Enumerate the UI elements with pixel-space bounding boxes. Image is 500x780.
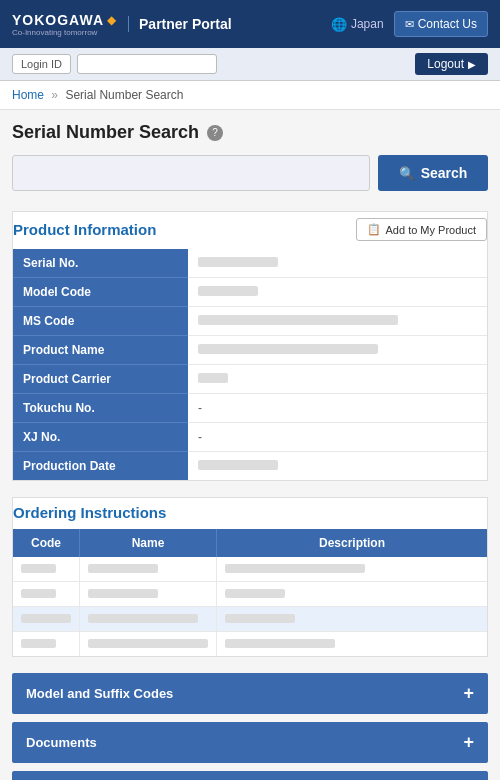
contact-us-button[interactable]: ✉ Contact Us <box>394 11 488 37</box>
login-id-label: Login ID <box>12 54 71 74</box>
product-field-value: - <box>188 423 487 452</box>
ordering-cell <box>80 607 217 632</box>
ordering-cell <box>80 557 217 582</box>
main-content: Serial Number Search ? 🔍 Search Product … <box>0 110 500 780</box>
product-info-header: Product Information 📋 Add to My Product <box>13 212 487 249</box>
ordering-cell <box>13 632 80 657</box>
collapsibles-container: Model and Suffix Codes+Documents+Certifi… <box>12 673 488 780</box>
search-button[interactable]: 🔍 Search <box>378 155 488 191</box>
logo-subtitle: Co-Innovating tomorrow <box>12 28 116 37</box>
collapsible-title: Documents <box>26 735 97 750</box>
ordering-cell <box>13 607 80 632</box>
page-title-area: Serial Number Search ? <box>12 122 488 143</box>
login-area: Login ID <box>12 54 217 74</box>
logout-button[interactable]: Logout ▶ <box>415 53 488 75</box>
ordering-instructions-section: Ordering Instructions Code Name Descript… <box>12 497 488 657</box>
logo-text: YOKOGAWA <box>12 12 104 28</box>
product-field-value <box>188 307 487 336</box>
product-field-label: MS Code <box>13 307 188 336</box>
region-selector[interactable]: 🌐 Japan <box>331 17 384 32</box>
mail-icon: ✉ <box>405 18 414 31</box>
ordering-instructions-header: Ordering Instructions <box>13 498 487 529</box>
collapsible-section[interactable]: Documents+ <box>12 722 488 763</box>
sub-header: Login ID Logout ▶ <box>0 48 500 81</box>
ordering-instructions-title: Ordering Instructions <box>13 504 166 521</box>
ordering-cell <box>80 632 217 657</box>
product-field-value <box>188 336 487 365</box>
breadcrumb-separator: » <box>51 88 58 102</box>
search-icon: 🔍 <box>399 166 415 181</box>
ordering-cell <box>13 557 80 582</box>
product-field-label: Tokuchu No. <box>13 394 188 423</box>
login-id-input[interactable] <box>77 54 217 74</box>
product-field-label: Model Code <box>13 278 188 307</box>
ordering-cell <box>217 557 488 582</box>
help-icon[interactable]: ? <box>207 125 223 141</box>
breadcrumb-current: Serial Number Search <box>65 88 183 102</box>
bookmark-icon: 📋 <box>367 223 381 236</box>
partner-portal-label: Partner Portal <box>128 16 232 32</box>
ordering-cell <box>80 582 217 607</box>
yokogawa-logo: YOKOGAWA ◆ Co-Innovating tomorrow <box>12 12 116 37</box>
region-label: Japan <box>351 17 384 31</box>
add-to-product-button[interactable]: 📋 Add to My Product <box>356 218 488 241</box>
logo-diamond-icon: ◆ <box>107 13 116 27</box>
header: YOKOGAWA ◆ Co-Innovating tomorrow Partne… <box>0 0 500 48</box>
product-field-value <box>188 278 487 307</box>
ordering-table: Code Name Description <box>13 529 487 656</box>
ordering-cell <box>217 632 488 657</box>
collapsible-section[interactable]: Model and Suffix Codes+ <box>12 673 488 714</box>
search-area: 🔍 Search <box>12 155 488 191</box>
collapsible-title: Model and Suffix Codes <box>26 686 173 701</box>
collapsible-section[interactable]: Certificates+ <box>12 771 488 780</box>
col-desc-header: Description <box>217 529 488 557</box>
globe-icon: 🌐 <box>331 17 347 32</box>
page-title: Serial Number Search <box>12 122 199 143</box>
logo-area: YOKOGAWA ◆ Co-Innovating tomorrow Partne… <box>12 12 232 37</box>
chevron-right-icon: ▶ <box>468 59 476 70</box>
product-field-label: Product Carrier <box>13 365 188 394</box>
product-field-value <box>188 365 487 394</box>
ordering-cell <box>217 582 488 607</box>
product-table: Serial No.Model CodeMS CodeProduct NameP… <box>13 249 487 480</box>
col-code-header: Code <box>13 529 80 557</box>
product-field-label: Product Name <box>13 336 188 365</box>
col-name-header: Name <box>80 529 217 557</box>
product-field-value: - <box>188 394 487 423</box>
search-input[interactable] <box>12 155 370 191</box>
header-actions: 🌐 Japan ✉ Contact Us <box>331 11 488 37</box>
product-field-value <box>188 249 487 278</box>
collapsible-expand-icon: + <box>463 683 474 704</box>
ordering-cell <box>13 582 80 607</box>
product-information-section: Product Information 📋 Add to My Product … <box>12 211 488 481</box>
breadcrumb: Home » Serial Number Search <box>0 81 500 110</box>
breadcrumb-home[interactable]: Home <box>12 88 44 102</box>
collapsible-expand-icon: + <box>463 732 474 753</box>
product-field-value <box>188 452 487 481</box>
product-info-title: Product Information <box>13 221 156 238</box>
product-field-label: Serial No. <box>13 249 188 278</box>
product-field-label: Production Date <box>13 452 188 481</box>
product-field-label: XJ No. <box>13 423 188 452</box>
ordering-cell <box>217 607 488 632</box>
